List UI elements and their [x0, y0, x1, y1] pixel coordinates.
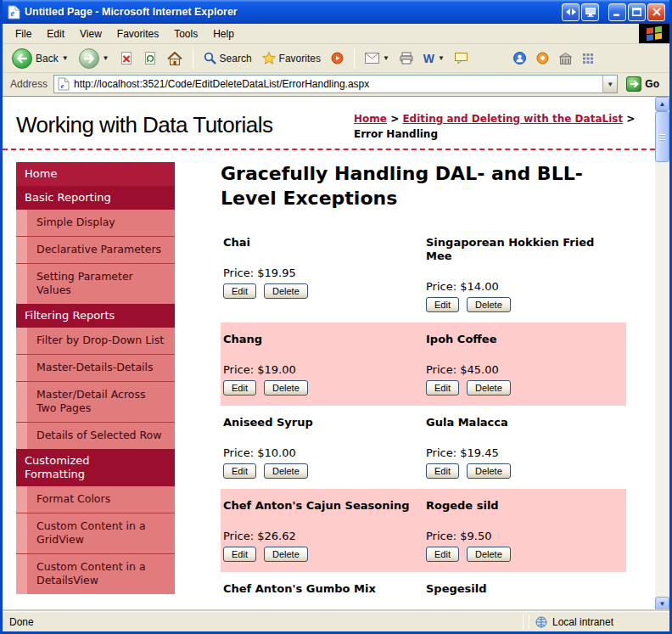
home-button[interactable]	[163, 49, 187, 68]
product-cell: Chef Anton's Gumbo Mix Price: $21.35 Edi…	[221, 572, 423, 611]
sidebar-item-label: Custom Content in a GridView	[36, 519, 146, 546]
edit-button[interactable]: Edit	[426, 297, 459, 312]
pan-arrows-button[interactable]	[562, 3, 580, 21]
price-value: $26.62	[257, 530, 296, 542]
sidebar-item-label: Home	[25, 167, 57, 180]
chevron-down-icon: ▼	[103, 54, 109, 62]
vertical-scrollbar[interactable]: ▲ ▼	[655, 97, 669, 611]
delete-button[interactable]: Delete	[467, 547, 511, 562]
refresh-icon	[143, 51, 157, 65]
address-dropdown-button[interactable]: ▼	[602, 76, 617, 93]
breadcrumb-home-link[interactable]: Home	[354, 113, 387, 125]
sidebar-item-label: Details of Selected Row	[36, 429, 162, 441]
sidebar-item-declarative-parameters[interactable]: Declarative Parameters	[16, 236, 175, 263]
back-label: Back	[36, 53, 59, 65]
search-button[interactable]: Search	[199, 49, 256, 67]
sidebar-item-simple-display[interactable]: Simple Display	[16, 210, 175, 236]
product-price: Price: $14.00	[426, 280, 618, 294]
links-grid-button[interactable]	[578, 49, 598, 67]
status-text: Done	[9, 616, 34, 628]
forward-icon	[79, 48, 99, 69]
address-input[interactable]: e http://localhost:3521/Code/EditDeleteD…	[53, 75, 618, 93]
product-actions: Edit Delete	[426, 297, 618, 312]
sidebar-item-home[interactable]: Home	[16, 162, 175, 186]
menu-help[interactable]: Help	[205, 25, 242, 42]
scrollbar-thumb[interactable]	[655, 111, 669, 162]
sidebar-item-format-colors[interactable]: Format Colors	[16, 486, 175, 513]
delete-button[interactable]: Delete	[264, 547, 308, 562]
edit-button[interactable]: Edit	[426, 547, 459, 562]
delete-button[interactable]: Delete	[467, 297, 511, 312]
sidebar-item-details-of-selected-row[interactable]: Details of Selected Row	[16, 422, 175, 449]
forward-button[interactable]: ▼	[75, 46, 114, 71]
stop-button[interactable]	[115, 48, 137, 68]
favorites-star-icon	[262, 52, 276, 65]
product-name: Chef Anton's Cajun Seasoning	[223, 499, 415, 513]
delete-button[interactable]: Delete	[264, 463, 308, 479]
messenger-button[interactable]	[509, 49, 530, 67]
msn-button[interactable]	[532, 49, 553, 67]
status-divider	[523, 614, 524, 629]
menu-view[interactable]: View	[72, 25, 109, 42]
edit-page-button[interactable]: W ▼	[419, 50, 449, 67]
close-button[interactable]	[647, 3, 665, 21]
url-text: http://localhost:3521/Code/EditDeleteDat…	[74, 78, 598, 90]
chevron-down-icon: ▼	[383, 54, 389, 62]
maximize-button[interactable]	[628, 3, 646, 21]
back-button[interactable]: Back ▼	[8, 46, 73, 71]
sidebar-item-customized-formatting[interactable]: Customized Formatting	[16, 449, 175, 486]
main-content: Gracefully Handling DAL- and BLL-Level E…	[221, 162, 626, 611]
sidebar-item-filtering-reports[interactable]: Filtering Reports	[16, 304, 175, 328]
menu-file[interactable]: File	[8, 25, 39, 42]
product-name: Chang	[223, 333, 415, 346]
delete-button[interactable]: Delete	[467, 380, 511, 396]
product-row: Aniseed Syrup Price: $10.00 Edit Delete …	[221, 406, 626, 489]
minimize-button[interactable]	[608, 3, 626, 21]
edit-button[interactable]: Edit	[223, 463, 256, 479]
sidebar-item-basic-reporting[interactable]: Basic Reporting	[16, 186, 175, 210]
breadcrumb-separator: >	[626, 113, 635, 125]
breadcrumb-section-link[interactable]: Editing and Deleting with the DataList	[402, 113, 623, 125]
discuss-button[interactable]	[451, 50, 472, 67]
sidebar-item-label: Filtering Reports	[25, 309, 115, 322]
sidebar-item-master-details-details[interactable]: Master-Details-Details	[16, 354, 175, 381]
menu-tools[interactable]: Tools	[166, 25, 205, 42]
mail-button[interactable]: ▼	[361, 50, 394, 66]
product-cell: Rogede sild Price: $9.50 Edit Delete	[423, 489, 626, 572]
print-button[interactable]	[395, 49, 417, 67]
home-icon	[167, 52, 182, 65]
edit-button[interactable]: Edit	[223, 547, 256, 562]
scroll-up-button[interactable]: ▲	[655, 97, 669, 111]
edit-button[interactable]: Edit	[223, 283, 256, 299]
delete-button[interactable]: Delete	[264, 380, 308, 396]
edit-button[interactable]: Edit	[426, 463, 459, 479]
media-button[interactable]	[327, 49, 348, 67]
edit-button[interactable]: Edit	[223, 380, 256, 396]
sidebar-item-setting-parameter-values[interactable]: Setting Parameter Values	[16, 263, 175, 304]
go-button[interactable]: Go	[624, 76, 665, 92]
delete-button[interactable]: Delete	[467, 463, 511, 479]
edit-button[interactable]: Edit	[426, 380, 459, 396]
product-actions: Edit Delete	[223, 380, 415, 396]
grid-icon	[582, 53, 594, 65]
sidebar-item-filter-by-dropdown-list[interactable]: Filter by Drop-Down List	[16, 328, 175, 354]
menu-favorites[interactable]: Favorites	[109, 25, 166, 42]
monitor-button[interactable]	[581, 3, 599, 21]
menu-edit[interactable]: Edit	[39, 25, 72, 42]
sidebar-item-master-detail-across-two-pages[interactable]: Master/Detail Across Two Pages	[16, 381, 175, 422]
refresh-button[interactable]	[139, 48, 161, 68]
delete-button[interactable]: Delete	[264, 283, 308, 299]
sidebar-item-custom-content-detailsview[interactable]: Custom Content in a DetailsView	[16, 553, 175, 594]
zone-label: Local intranet	[552, 616, 613, 628]
product-cell: Aniseed Syrup Price: $10.00 Edit Delete	[221, 406, 423, 489]
sidebar-item-custom-content-gridview[interactable]: Custom Content in a GridView	[16, 513, 175, 553]
favorites-button[interactable]: Favorites	[258, 49, 325, 67]
scroll-down-button[interactable]: ▼	[655, 597, 669, 611]
media-icon	[331, 52, 344, 65]
research-button[interactable]	[555, 49, 576, 67]
product-price: Price: $10.00	[223, 446, 415, 460]
standard-buttons-toolbar: Back ▼ ▼ Search Favorites	[3, 44, 669, 73]
sidebar-item-label: Declarative Parameters	[36, 243, 161, 255]
scrollbar-track[interactable]	[655, 162, 669, 597]
sidebar-item-label: Master/Detail Across Two Pages	[36, 388, 145, 414]
